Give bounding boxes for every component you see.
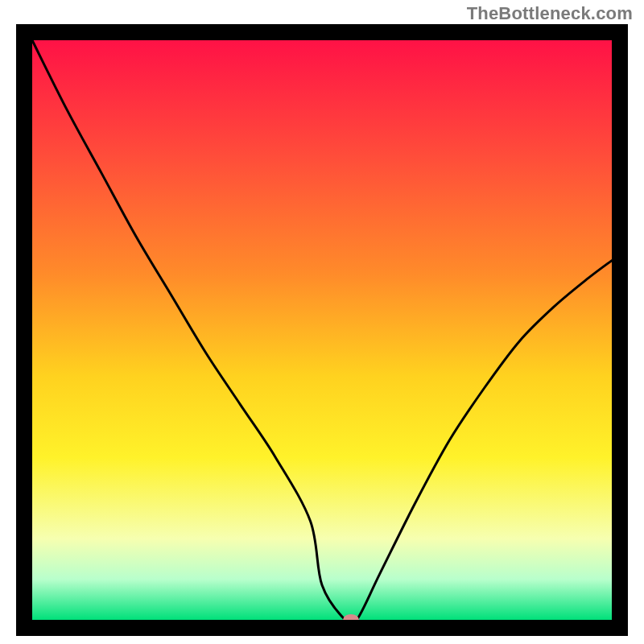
gradient-background	[32, 40, 612, 620]
bottleneck-chart: TheBottleneck.com	[0, 0, 644, 644]
branding-label: TheBottleneck.com	[467, 3, 633, 24]
plot-svg	[16, 24, 628, 636]
